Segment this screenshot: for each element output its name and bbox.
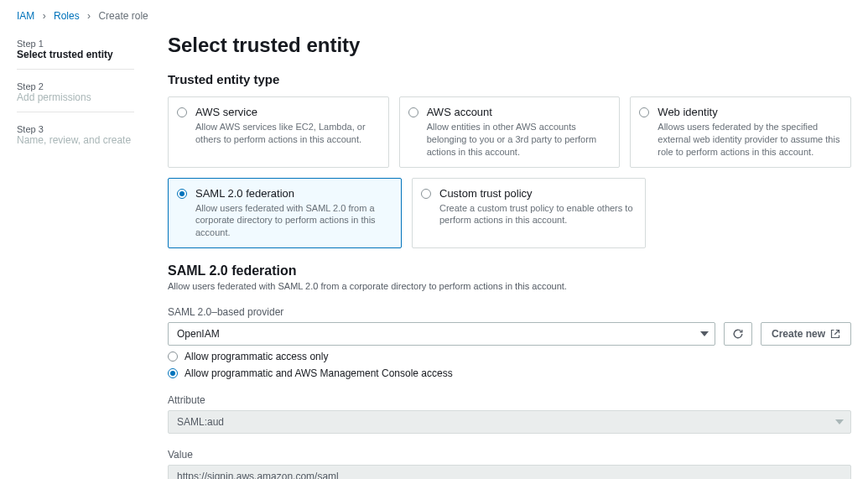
provider-select-value: OpenIAM: [168, 322, 715, 346]
card-desc: Allows users federated by the specified …: [657, 121, 840, 159]
refresh-icon: [732, 328, 744, 340]
page-title: Select trusted entity: [168, 34, 851, 57]
external-link-icon: [830, 329, 840, 339]
step-title: Name, review, and create: [17, 134, 134, 146]
breadcrumb-roles[interactable]: Roles: [54, 10, 80, 22]
create-new-button[interactable]: Create new: [761, 322, 851, 346]
card-desc: Allow AWS services like EC2, Lambda, or …: [195, 121, 378, 146]
card-desc: Create a custom trust policy to enable o…: [439, 202, 635, 227]
caret-down-icon: [700, 331, 709, 336]
card-desc: Allow users federated with SAML 2.0 from…: [195, 202, 391, 240]
step-3: Step 3 Name, review, and create: [17, 119, 134, 154]
breadcrumb-current: Create role: [98, 10, 148, 22]
card-title: AWS account: [427, 106, 610, 118]
step-label: Step 3: [17, 124, 134, 134]
step-title: Add permissions: [17, 91, 134, 103]
card-saml-federation[interactable]: SAML 2.0 federation Allow users federate…: [168, 178, 402, 249]
access-programmatic-radio[interactable]: Allow programmatic access only: [168, 351, 851, 362]
attribute-select: SAML:aud: [168, 410, 851, 434]
value-label: Value: [168, 449, 851, 461]
step-1[interactable]: Step 1 Select trusted entity: [17, 34, 134, 70]
card-desc: Allow entities in other AWS accounts bel…: [427, 121, 610, 159]
provider-label: SAML 2.0–based provider: [168, 306, 851, 318]
chevron-right-icon: ›: [87, 10, 91, 22]
radio-icon: [168, 368, 178, 378]
attribute-label: Attribute: [168, 394, 851, 406]
caret-down-icon: [835, 419, 844, 424]
radio-icon: [177, 107, 187, 117]
card-web-identity[interactable]: Web identity Allows users federated by t…: [630, 96, 851, 168]
access-both-label: Allow programmatic and AWS Management Co…: [185, 367, 453, 379]
saml-section-heading: SAML 2.0 federation: [168, 263, 851, 279]
step-label: Step 2: [17, 81, 134, 91]
card-title: Web identity: [657, 106, 840, 118]
wizard-steps: Step 1 Select trusted entity Step 2 Add …: [17, 34, 134, 479]
step-label: Step 1: [17, 39, 134, 49]
card-aws-service[interactable]: AWS service Allow AWS services like EC2,…: [168, 96, 389, 168]
access-both-radio[interactable]: Allow programmatic and AWS Management Co…: [168, 367, 851, 379]
provider-select[interactable]: OpenIAM: [168, 322, 715, 346]
radio-icon: [639, 107, 649, 117]
chevron-right-icon: ›: [43, 10, 46, 22]
card-title: SAML 2.0 federation: [195, 187, 391, 200]
breadcrumb-iam[interactable]: IAM: [17, 10, 34, 22]
radio-icon: [168, 351, 178, 362]
radio-icon: [408, 107, 418, 117]
card-aws-account[interactable]: AWS account Allow entities in other AWS …: [399, 96, 621, 168]
trusted-entity-type-heading: Trusted entity type: [168, 72, 851, 86]
breadcrumb: IAM › Roles › Create role: [17, 7, 851, 34]
access-programmatic-label: Allow programmatic access only: [185, 351, 328, 362]
refresh-button[interactable]: [724, 322, 752, 346]
create-new-label: Create new: [772, 328, 825, 340]
attribute-value: SAML:aud: [177, 416, 224, 428]
value-input: [168, 465, 851, 479]
step-2: Step 2 Add permissions: [17, 76, 134, 112]
radio-icon: [421, 189, 431, 199]
card-title: AWS service: [195, 106, 378, 118]
step-title: Select trusted entity: [17, 49, 134, 60]
card-custom-trust-policy[interactable]: Custom trust policy Create a custom trus…: [412, 178, 646, 249]
saml-section-desc: Allow users federated with SAML 2.0 from…: [168, 281, 851, 291]
radio-icon: [177, 189, 187, 199]
card-title: Custom trust policy: [439, 187, 635, 200]
